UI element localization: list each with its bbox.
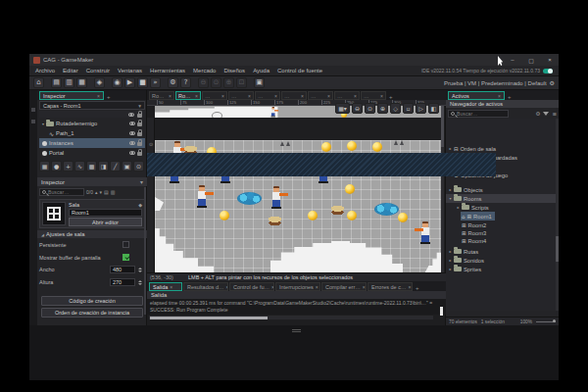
sprite-coin[interactable] <box>372 142 382 152</box>
canvas-scrollbar[interactable] <box>441 106 444 272</box>
layer-row-path_1[interactable]: ∿Path_1 <box>39 128 145 138</box>
stop-button[interactable]: ■ <box>137 77 148 88</box>
search-input[interactable]: Buscar… <box>448 110 509 118</box>
editor-tab[interactable]: …× <box>255 91 280 100</box>
room-settings-header[interactable]: ◢ Ajustes de sala <box>37 230 147 238</box>
tab-close-icon[interactable]: × <box>498 93 501 99</box>
tree-item-objects[interactable]: ▸Objects <box>446 185 556 194</box>
menu-item-herramientas[interactable]: Herramientas <box>150 68 185 74</box>
tree-item-orden de sala[interactable]: ▸⊟Orden de sala <box>446 144 556 153</box>
menu-item-ventanas[interactable]: Ventanas <box>118 68 142 74</box>
add-layer-button[interactable]: ▦ <box>39 161 50 172</box>
tab-close-icon[interactable]: × <box>316 284 318 290</box>
sprite-ufo[interactable] <box>331 206 344 215</box>
eye-icon[interactable] <box>129 131 135 135</box>
sprite-flag[interactable] <box>394 140 404 145</box>
menu-item-editar[interactable]: Editar <box>63 68 78 74</box>
menu-item-mercado[interactable]: Mercado <box>193 68 216 74</box>
eye-icon[interactable] <box>129 151 135 155</box>
sprite-coin[interactable] <box>347 141 357 151</box>
settings-button[interactable]: ⚙ <box>168 77 178 88</box>
tab-close-icon[interactable]: × <box>248 93 251 99</box>
sprite-ring[interactable] <box>212 112 222 118</box>
output-log[interactable]: elapsed time 00:00:25.391 ms for command… <box>147 299 446 315</box>
tree-item-sonidos[interactable]: ▸Sonidos <box>446 256 556 265</box>
add-effect-layer-button[interactable]: ╱ <box>110 161 121 172</box>
open-project-button[interactable]: ▥ <box>64 77 74 88</box>
tab-close-icon[interactable]: × <box>380 93 383 99</box>
menu-item-control-de-fuente[interactable]: Control de fuente <box>277 68 322 74</box>
sprite-coin[interactable] <box>308 211 318 220</box>
tab-close-icon[interactable]: × <box>97 93 100 99</box>
tab-close-icon[interactable]: × <box>169 93 172 99</box>
output-hscrollbar[interactable] <box>149 316 433 319</box>
tab-close-icon[interactable]: × <box>195 93 198 99</box>
output-tab-2[interactable]: Resultados d…× <box>183 282 228 291</box>
target-gear-icon[interactable]: ⚙ <box>550 79 555 86</box>
sprite-coin[interactable] <box>321 142 331 152</box>
help-button[interactable]: ? <box>180 77 191 88</box>
device-manager-button[interactable]: ▣ <box>254 77 265 88</box>
tab-close-icon[interactable]: × <box>301 93 304 99</box>
tab-inspector[interactable]: Inspector × <box>39 91 104 100</box>
gutter-icon[interactable] <box>31 108 35 112</box>
stepper[interactable] <box>137 266 143 273</box>
sprite-coin[interactable] <box>220 211 229 220</box>
eye-icon[interactable] <box>128 113 134 117</box>
layer-image-button[interactable]: ▣ <box>122 161 132 172</box>
tab-close-icon[interactable]: × <box>170 284 172 290</box>
number-field[interactable]: 270 <box>110 278 135 286</box>
menu-item-archivo[interactable]: Archivo <box>35 68 55 74</box>
zoom-out-button[interactable]: ⊖ <box>352 103 363 114</box>
sprite-coin[interactable] <box>398 213 408 222</box>
preview-button[interactable]: ▫ <box>403 103 414 114</box>
tab-close-icon[interactable]: × <box>221 93 224 99</box>
sprite-cloud[interactable] <box>237 192 262 205</box>
layer-row-portal[interactable]: Portal <box>39 148 145 158</box>
sprite-char[interactable] <box>196 185 209 209</box>
add-instance-layer-button[interactable]: ● <box>51 161 62 172</box>
add-path-layer-button[interactable]: ∿ <box>74 161 85 172</box>
sprite-char[interactable] <box>270 186 283 210</box>
output-tab-5[interactable]: Compilar err…× <box>321 282 367 291</box>
room-name-field[interactable]: Room1 <box>69 209 142 217</box>
lock-icon[interactable] <box>137 152 142 156</box>
menu-item-ayuda[interactable]: Ayuda <box>253 68 270 74</box>
grid-toggle-button[interactable]: ▦▾ <box>335 103 350 114</box>
editor-tab[interactable]: Ro…× <box>175 91 201 100</box>
sprite-char[interactable] <box>270 107 276 118</box>
gutter-icon[interactable] <box>31 120 35 123</box>
close-button[interactable]: × <box>545 57 555 64</box>
menu-item-construir[interactable]: Construir <box>86 68 110 74</box>
tab-assets[interactable]: Activos × <box>448 91 505 100</box>
sprite-char[interactable] <box>419 221 432 245</box>
target-platform-button[interactable]: ◈ <box>94 77 105 88</box>
assets-scrollbar[interactable] <box>556 119 559 311</box>
zoom-fit-button[interactable]: ◇ <box>390 103 401 114</box>
lock-icon[interactable] <box>137 132 142 136</box>
eye-icon[interactable] <box>129 122 135 125</box>
save-project-button[interactable]: ▦ <box>76 77 87 88</box>
maximize-button[interactable]: ▢ <box>526 57 536 64</box>
tree-item-rooms[interactable]: ▾Rooms <box>446 194 556 203</box>
sprite-cloud[interactable] <box>374 203 399 216</box>
filter-icon[interactable] <box>543 112 549 116</box>
tree-item-scripts[interactable]: ▸Scripts <box>446 203 556 212</box>
editor-tab[interactable]: …× <box>361 91 386 100</box>
layers-dropdown[interactable]: Capas - Room1 ▾ <box>39 101 145 110</box>
search-prev-button[interactable]: ▴ <box>95 189 98 195</box>
sprite-flag[interactable] <box>280 141 290 146</box>
clean-button[interactable]: » <box>150 77 161 88</box>
tree-item-rutas[interactable]: ▸Rutas <box>446 247 556 256</box>
runtime-toggle[interactable] <box>543 69 553 74</box>
output-tab-6[interactable]: Errores de c…× <box>368 282 413 291</box>
checkbox[interactable] <box>122 241 129 248</box>
layer-row-rutadelenemigo[interactable]: ▾Rutadelenemigo <box>39 119 145 128</box>
open-editor-button[interactable]: Abrir editor <box>69 218 142 226</box>
stepper[interactable] <box>137 278 143 286</box>
tab-close-icon[interactable]: × <box>271 284 274 290</box>
layer-settings-button[interactable]: ⊙ <box>133 161 144 172</box>
gear-icon[interactable]: ⊙ <box>148 141 154 147</box>
tab-close-icon[interactable]: × <box>408 284 411 290</box>
tree-item-room1[interactable]: ⌂⊞Room1 <box>446 212 556 220</box>
